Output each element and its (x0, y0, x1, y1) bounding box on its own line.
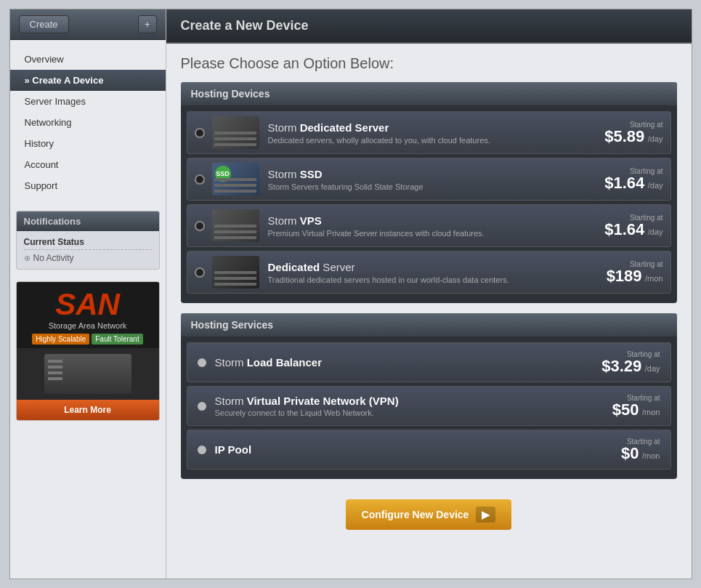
create-button[interactable]: Create (19, 15, 69, 33)
vpn-name: Storm Virtual Private Network (VPN) (215, 395, 612, 407)
san-badges: Highly Scalable Fault Tolerant (20, 334, 155, 345)
san-server-image (44, 354, 131, 394)
vpn-info: Storm Virtual Private Network (VPN) Secu… (215, 395, 612, 417)
dedicated-classic-period: /mon (645, 274, 662, 283)
ssd-amount: $1.64 (604, 174, 644, 192)
vpn-period: /mon (642, 408, 660, 416)
ip-pool-period: /mon (642, 451, 660, 460)
ssd-desc: Storm Servers featuring Solid State Stor… (268, 182, 605, 191)
load-balancer-period: /day (645, 364, 660, 373)
sidebar-item-server-images[interactable]: Server Images (10, 91, 166, 112)
load-balancer-info: Storm Load Balancer (215, 356, 602, 368)
vpn-amount: $50 (612, 400, 639, 419)
san-image (17, 348, 159, 400)
vpn-desc: Securely connect to the Liquid Web Netwo… (215, 408, 612, 417)
load-balancer-name: Storm Load Balancer (215, 356, 602, 368)
sidebar-item-support[interactable]: Support (10, 175, 166, 196)
dedicated-server-period: /day (648, 134, 663, 143)
activity-text: No Activity (33, 253, 74, 263)
radio-ssd[interactable] (195, 174, 205, 185)
configure-button-label: Configure New Device (362, 509, 469, 520)
device-row-dedicated-server[interactable]: Storm Dedicated Server Dedicated servers… (187, 111, 671, 154)
vps-name: Storm VPS (268, 214, 605, 227)
configure-new-device-button[interactable]: Configure New Device ▶ (346, 499, 512, 530)
dedicated-classic-price: Starting at $189 /mon (607, 260, 663, 284)
ip-pool-amount: $0 (621, 444, 639, 462)
fault-tolerant-badge: Fault Tolerant (92, 334, 142, 345)
configure-section: Configure New Device ▶ (181, 489, 677, 536)
vps-info: Storm VPS Premium Virtual Private Server… (268, 214, 605, 238)
load-balancer-amount: $3.29 (601, 357, 641, 375)
highly-scalable-badge: Highly Scalable (32, 334, 89, 345)
vps-amount: $1.64 (604, 220, 644, 238)
hosting-devices-header: Hosting Devices (181, 82, 677, 105)
dedicated-server-info: Storm Dedicated Server Dedicated servers… (268, 121, 605, 145)
notifications-header: Notifications (17, 212, 159, 231)
vps-price: Starting at $1.64 /day (604, 214, 662, 238)
ip-pool-name: IP Pool (215, 443, 622, 456)
hosting-services-header: Hosting Services (181, 313, 677, 337)
plus-button[interactable]: + (138, 15, 157, 33)
choose-title: Please Choose an Option Below: (181, 55, 677, 72)
sidebar-nav: Overview Create A Device Server Images N… (10, 40, 166, 205)
dedicated-classic-info: Dedicated Server Traditional dedicated s… (268, 261, 607, 284)
vps-desc: Premium Virtual Private Server instances… (268, 229, 605, 238)
sidebar-item-networking[interactable]: Networking (10, 112, 166, 133)
radio-vps[interactable] (195, 221, 205, 231)
dedicated-classic-desc: Traditional dedicated servers hosted in … (268, 275, 607, 284)
device-row-ssd[interactable]: SSD Storm SSD Storm Servers featuring So… (187, 158, 671, 201)
ssd-name: Storm SSD (268, 168, 605, 180)
service-row-ip-pool[interactable]: IP Pool Starting at $0 /mon (187, 430, 671, 470)
san-text: SAN (20, 289, 155, 320)
vps-icon (212, 209, 259, 242)
activity-icon: ⊕ (24, 254, 31, 263)
dedicated-server-desc: Dedicated servers, wholly allocated to y… (268, 136, 605, 145)
sidebar: Create + Overview Create A Device Server… (10, 9, 166, 579)
dot-load-balancer (198, 358, 206, 367)
dot-vpn (198, 402, 206, 411)
device-row-dedicated-classic[interactable]: Dedicated Server Traditional dedicated s… (187, 251, 671, 294)
dedicated-classic-amount: $189 (607, 267, 642, 285)
dedicated-server-price: Starting at $5.89 /day (604, 121, 662, 145)
radio-dedicated-classic[interactable] (195, 267, 205, 278)
page-header: Create a New Device (166, 9, 692, 44)
dedicated-server-amount: $5.89 (604, 127, 644, 145)
ssd-info: Storm SSD Storm Servers featuring Solid … (268, 168, 605, 191)
ip-pool-info: IP Pool (215, 443, 622, 456)
vpn-price: Starting at $50 /mon (612, 394, 660, 418)
sidebar-item-overview[interactable]: Overview (10, 49, 166, 70)
ssd-icon: SSD (212, 163, 259, 196)
learn-more-button[interactable]: Learn More (17, 400, 159, 420)
dedicated-server-name: Storm Dedicated Server (268, 121, 605, 134)
notifications-body: Current Status ⊕ No Activity (17, 231, 159, 269)
ssd-period: /day (648, 181, 663, 190)
dedicated-classic-name: Dedicated Server (268, 261, 607, 273)
content-area: Please Choose an Option Below: Hosting D… (166, 44, 692, 579)
san-subtitle: Storage Area Network (20, 321, 155, 330)
no-activity-status: ⊕ No Activity (24, 253, 152, 263)
main-content: Create a New Device Please Choose an Opt… (166, 9, 692, 579)
dedicated-server-icon (212, 116, 259, 149)
san-banner-top: SAN Storage Area Network Highly Scalable… (17, 282, 159, 348)
sidebar-item-create-device[interactable]: Create A Device (10, 70, 166, 91)
configure-arrow-icon: ▶ (476, 507, 495, 523)
radio-dedicated-server[interactable] (195, 128, 205, 138)
ssd-badge: SSD (215, 166, 231, 182)
ip-pool-price: Starting at $0 /mon (621, 438, 660, 462)
service-row-vpn[interactable]: Storm Virtual Private Network (VPN) Secu… (187, 386, 671, 426)
sidebar-header: Create + (10, 9, 166, 40)
current-status-label: Current Status (24, 237, 152, 250)
vps-period: /day (648, 227, 663, 236)
dot-ip-pool (198, 446, 206, 454)
hosting-services-body: Storm Load Balancer Starting at $3.29 /d… (181, 337, 677, 479)
sidebar-item-account[interactable]: Account (10, 154, 166, 175)
ssd-price: Starting at $1.64 /day (604, 167, 662, 191)
san-banner: SAN Storage Area Network Highly Scalable… (16, 281, 160, 421)
sidebar-item-history[interactable]: History (10, 133, 166, 154)
notifications-section: Notifications Current Status ⊕ No Activi… (16, 211, 160, 270)
dedicated-classic-icon (212, 256, 259, 289)
hosting-devices-body: Storm Dedicated Server Dedicated servers… (181, 105, 677, 303)
service-row-load-balancer[interactable]: Storm Load Balancer Starting at $3.29 /d… (187, 342, 671, 382)
load-balancer-price: Starting at $3.29 /day (601, 350, 660, 374)
device-row-vps[interactable]: Storm VPS Premium Virtual Private Server… (187, 204, 671, 247)
